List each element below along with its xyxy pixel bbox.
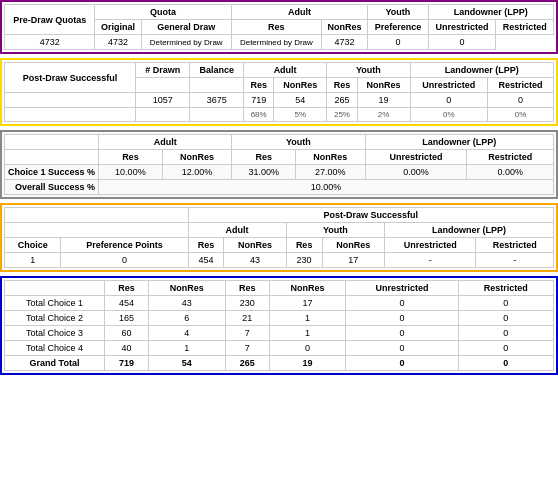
cs-nonres2: NonRes bbox=[295, 150, 365, 165]
unrestricted-sub: Unrestricted bbox=[410, 78, 487, 93]
c1-ares: 10.00% bbox=[99, 165, 163, 180]
total-unres-row1: 0 bbox=[346, 311, 458, 326]
total-rest-row0: 0 bbox=[458, 296, 553, 311]
cs-nonres1: NonRes bbox=[162, 150, 232, 165]
pdc-choice-header: Choice bbox=[5, 238, 61, 253]
pre-draw-row-nonres: Determined by Draw bbox=[231, 35, 321, 50]
total-unres-row0: 0 bbox=[346, 296, 458, 311]
pct-anonres: 5% bbox=[274, 108, 327, 122]
pdc-rest-header: Restricted bbox=[476, 238, 554, 253]
cs-rest: Restricted bbox=[467, 150, 554, 165]
total-label-row0: Total Choice 1 bbox=[5, 296, 105, 311]
total-res-row3: 40 bbox=[105, 341, 149, 356]
totals-res-header: Res bbox=[105, 281, 149, 296]
pre-draw-row-preference: 4732 bbox=[321, 35, 367, 50]
total-res-row2: 60 bbox=[105, 326, 149, 341]
total-res-row0: 454 bbox=[105, 296, 149, 311]
rest-val: 0 bbox=[488, 93, 554, 108]
total-nonres-row1: 6 bbox=[148, 311, 225, 326]
pre-draw-row-unrestricted: 0 bbox=[368, 35, 428, 50]
total-label-row2: Total Choice 3 bbox=[5, 326, 105, 341]
nonres-sub1: NonRes bbox=[274, 78, 327, 93]
landowner-header: Landowner (LPP) bbox=[428, 5, 553, 20]
pdc-empty2 bbox=[5, 223, 189, 238]
general-draw-header: General Draw bbox=[141, 20, 231, 35]
totals-ynonres-header: NonRes bbox=[269, 281, 346, 296]
pct-ares: 68% bbox=[243, 108, 273, 122]
pdc-pref-val: 0 bbox=[61, 253, 188, 268]
cs-unres: Unrestricted bbox=[365, 150, 467, 165]
pct-balance bbox=[190, 108, 244, 122]
empty-th1 bbox=[5, 135, 99, 150]
post-draw-label-cell bbox=[5, 93, 136, 108]
youth-nonres-val: 19 bbox=[357, 93, 410, 108]
total-unres-row4: 0 bbox=[346, 356, 458, 371]
res-sub2: Res bbox=[327, 78, 357, 93]
pct-yres: 25% bbox=[327, 108, 357, 122]
unrestricted-header-1: Unrestricted bbox=[428, 20, 496, 35]
original-header: Original bbox=[95, 20, 141, 35]
totals-unres-header: Unrestricted bbox=[346, 281, 458, 296]
pdc-ares-header: Res bbox=[188, 238, 224, 253]
total-label-row1: Total Choice 2 bbox=[5, 311, 105, 326]
c1-ynonres: 27.00% bbox=[295, 165, 365, 180]
pdc-unres-header: Unrestricted bbox=[384, 238, 475, 253]
pre-draw-section: Pre-Draw Quotas Quota Adult Youth Landow… bbox=[0, 0, 558, 54]
pre-draw-row-restricted: 0 bbox=[428, 35, 496, 50]
adult-subheader: Adult bbox=[243, 63, 326, 78]
pre-draw-label: Pre-Draw Quotas bbox=[5, 5, 95, 35]
res-header-1: Res bbox=[231, 20, 321, 35]
totals-nonres-header: NonRes bbox=[148, 281, 225, 296]
totals-rest-header: Restricted bbox=[458, 281, 553, 296]
total-ynonres-row2: 1 bbox=[269, 326, 346, 341]
adult-header: Adult bbox=[231, 5, 367, 20]
cs-res1: Res bbox=[99, 150, 163, 165]
pdc-ares-val: 454 bbox=[188, 253, 224, 268]
drawn-header: # Drawn bbox=[136, 63, 190, 78]
total-label-row3: Total Choice 4 bbox=[5, 341, 105, 356]
restricted-header-1: Restricted bbox=[496, 20, 554, 35]
pct-drawn bbox=[136, 108, 190, 122]
pre-draw-row-res: Determined by Draw bbox=[141, 35, 231, 50]
total-yres-row0: 230 bbox=[225, 296, 269, 311]
total-yres-row2: 7 bbox=[225, 326, 269, 341]
pdc-pref-header: Preference Points bbox=[61, 238, 188, 253]
post-draw-label: Post-Draw Successful bbox=[5, 63, 136, 93]
pdc-main-header: Post-Draw Successful bbox=[188, 208, 554, 223]
totals-yres-header: Res bbox=[225, 281, 269, 296]
total-nonres-row2: 4 bbox=[148, 326, 225, 341]
nonres-header-1: NonRes bbox=[321, 20, 367, 35]
balance-val: 3675 bbox=[190, 93, 244, 108]
landowner-subheader: Landowner (LPP) bbox=[410, 63, 553, 78]
total-ynonres-row4: 19 bbox=[269, 356, 346, 371]
total-unres-row3: 0 bbox=[346, 341, 458, 356]
res-sub1: Res bbox=[243, 78, 273, 93]
pdc-unres-val: - bbox=[384, 253, 475, 268]
post-draw-choice-section: Post-Draw Successful Adult Youth Landown… bbox=[0, 203, 558, 272]
youth-subheader: Youth bbox=[327, 63, 410, 78]
pdc-ynonres-header: NonRes bbox=[322, 238, 384, 253]
restricted-sub: Restricted bbox=[488, 78, 554, 93]
youth-res-val: 265 bbox=[327, 93, 357, 108]
pdc-anonres-val: 43 bbox=[224, 253, 286, 268]
total-yres-row3: 7 bbox=[225, 341, 269, 356]
pct-ynonres: 2% bbox=[357, 108, 410, 122]
pdc-anonres-header: NonRes bbox=[224, 238, 286, 253]
total-unres-row2: 0 bbox=[346, 326, 458, 341]
total-rest-row1: 0 bbox=[458, 311, 553, 326]
choice-success-section: Adult Youth Landowner (LPP) Res NonRes R… bbox=[0, 130, 558, 199]
total-yres-row1: 21 bbox=[225, 311, 269, 326]
totals-section: Res NonRes Res NonRes Unrestricted Restr… bbox=[0, 276, 558, 375]
c1-unres: 0.00% bbox=[365, 165, 467, 180]
pct-unres: 0% bbox=[410, 108, 487, 122]
pdc-rest-val: - bbox=[476, 253, 554, 268]
total-rest-row2: 0 bbox=[458, 326, 553, 341]
total-ynonres-row3: 0 bbox=[269, 341, 346, 356]
quota-header: Quota bbox=[95, 5, 231, 20]
total-rest-row3: 0 bbox=[458, 341, 553, 356]
cs-adult-header: Adult bbox=[99, 135, 232, 150]
pct-label bbox=[5, 108, 136, 122]
drawn-val: 1057 bbox=[136, 93, 190, 108]
pdc-yres-val: 230 bbox=[286, 253, 322, 268]
total-label-row4: Grand Total bbox=[5, 356, 105, 371]
